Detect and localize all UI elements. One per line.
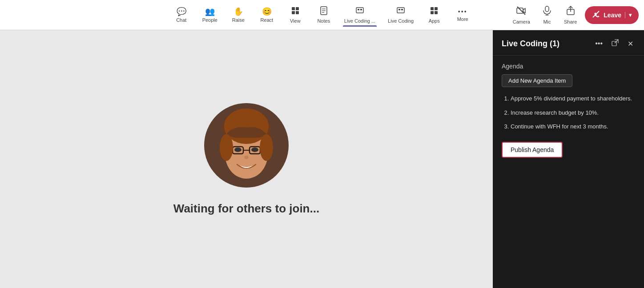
toolbar-item-react[interactable]: React (254, 5, 280, 25)
panel-title: Live Coding (1) (502, 39, 592, 48)
add-agenda-button[interactable]: Add New Agenda Item (502, 74, 572, 87)
live-coding-active-icon (355, 6, 364, 16)
svg-rect-0 (292, 7, 295, 10)
toolbar-label-live-coding-2: Live Coding (388, 18, 414, 24)
share-button[interactable]: Share (559, 3, 581, 27)
panel-content: Agenda Add New Agenda Item Approve 5% di… (493, 56, 644, 288)
agenda-item-2: Increase research budget by 10%. (511, 108, 635, 117)
avatar-container: Waiting for others to join... (173, 103, 319, 216)
agenda-label: Agenda (502, 63, 635, 70)
toolbar-right: Camera Mic Share (508, 3, 639, 27)
camera-label: Camera (513, 19, 530, 24)
mic-label: Mic (543, 19, 551, 24)
toolbar-item-live-coding-2[interactable]: Live Coding (382, 4, 419, 26)
toolbar-label-react: React (260, 17, 273, 23)
svg-rect-9 (358, 9, 359, 10)
avatar (204, 103, 289, 188)
notes-icon (319, 6, 328, 16)
mic-button[interactable]: Mic (538, 3, 556, 27)
svg-rect-2 (292, 11, 295, 14)
svg-rect-15 (401, 9, 403, 10)
camera-button[interactable]: Camera (508, 3, 535, 27)
waiting-text: Waiting for others to join... (173, 202, 319, 216)
svg-rect-10 (360, 9, 362, 10)
leave-label: Leave (604, 12, 621, 19)
video-area: Waiting for others to join... (0, 30, 493, 288)
toolbar: Chat People Raise React View Notes (0, 0, 644, 30)
svg-rect-21 (435, 11, 438, 14)
toolbar-item-raise[interactable]: Raise (225, 5, 252, 25)
toolbar-item-live-coding-active[interactable]: Live Coding ... (339, 4, 381, 26)
toolbar-item-people[interactable]: People (197, 5, 223, 25)
toolbar-label-more: More (457, 16, 468, 22)
leave-chevron-icon[interactable]: ▾ (625, 12, 632, 18)
toolbar-label-apps: Apps (429, 18, 440, 24)
panel-close-button[interactable]: ✕ (624, 37, 637, 50)
share-label: Share (564, 19, 577, 24)
side-panel: Live Coding (1) ••• ✕ Agenda Add New Age… (493, 30, 644, 288)
toolbar-item-chat[interactable]: Chat (168, 5, 195, 25)
toolbar-label-live-coding-active: Live Coding ... (344, 18, 375, 24)
svg-rect-24 (545, 6, 549, 12)
toolbar-label-raise: Raise (232, 17, 245, 23)
svg-point-36 (251, 148, 258, 152)
agenda-list: Approve 5% dividend payment to sharehold… (502, 94, 635, 131)
toolbar-label-people: People (202, 17, 217, 23)
chat-icon (177, 8, 186, 16)
svg-rect-3 (296, 11, 299, 14)
panel-actions: ••• ✕ (592, 37, 637, 50)
react-icon (262, 8, 272, 16)
share-icon (566, 6, 575, 17)
raise-icon (233, 8, 243, 16)
svg-rect-16 (398, 11, 400, 12)
toolbar-label-notes: Notes (317, 18, 330, 24)
svg-point-43 (220, 134, 233, 161)
view-icon (291, 6, 300, 16)
more-icon: ••• (458, 8, 467, 15)
toolbar-center: Chat People Raise React View Notes (168, 4, 476, 26)
camera-off-icon (516, 6, 526, 17)
svg-rect-18 (431, 7, 434, 10)
svg-point-42 (244, 156, 249, 159)
svg-rect-13 (397, 8, 404, 13)
main-content: Waiting for others to join... Live Codin… (0, 30, 644, 288)
toolbar-item-view[interactable]: View (282, 4, 309, 26)
svg-point-44 (260, 134, 273, 161)
toolbar-item-more[interactable]: ••• More (449, 6, 476, 24)
svg-rect-20 (431, 11, 434, 14)
apps-icon (430, 6, 439, 16)
svg-rect-8 (356, 8, 363, 13)
svg-rect-14 (398, 9, 400, 10)
agenda-item-3: Continue with WFH for next 3 months. (511, 122, 635, 131)
svg-point-35 (234, 148, 242, 152)
panel-more-button[interactable]: ••• (592, 37, 606, 50)
panel-popout-button[interactable] (608, 37, 622, 50)
live-coding-2-icon (396, 6, 405, 16)
svg-rect-17 (401, 11, 403, 12)
agenda-item-1: Approve 5% dividend payment to sharehold… (511, 94, 635, 103)
svg-rect-11 (358, 11, 359, 12)
svg-rect-12 (360, 11, 362, 12)
people-icon (205, 8, 215, 16)
toolbar-item-apps[interactable]: Apps (421, 4, 447, 26)
publish-agenda-button[interactable]: Publish Agenda (502, 142, 563, 158)
svg-rect-1 (296, 7, 299, 10)
mic-icon (543, 6, 551, 17)
svg-rect-19 (435, 7, 438, 10)
toolbar-item-notes[interactable]: Notes (310, 4, 337, 26)
leave-button[interactable]: Leave ▾ (585, 6, 639, 24)
toolbar-label-view: View (290, 18, 301, 24)
phone-icon (592, 10, 600, 20)
toolbar-label-chat: Chat (176, 17, 186, 23)
panel-header: Live Coding (1) ••• ✕ (493, 30, 644, 56)
